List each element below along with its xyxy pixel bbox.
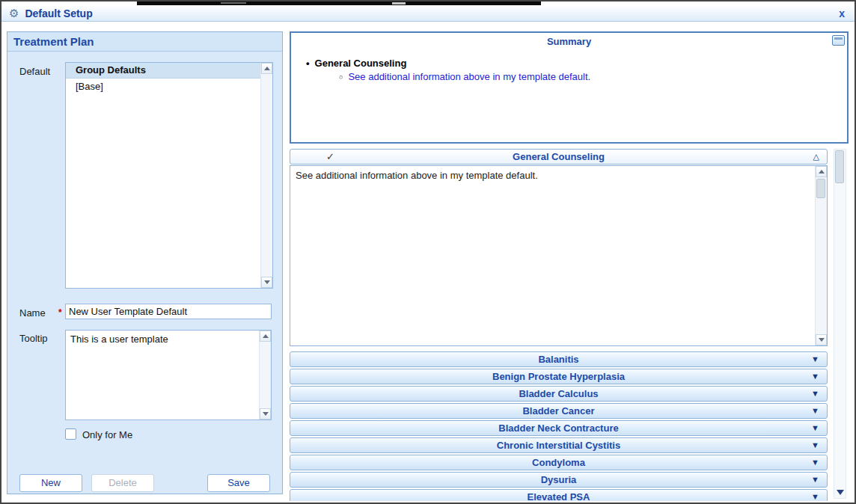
summary-title: Summary: [291, 36, 847, 47]
section-title: Condyloma: [290, 457, 827, 468]
scroll-up-button[interactable]: [816, 166, 827, 177]
section-bar-condyloma[interactable]: Condyloma ▼: [290, 455, 828, 470]
tooltip-scrollbar[interactable]: [259, 331, 271, 420]
scrollbar-thumb[interactable]: [835, 150, 844, 183]
section-title: General Counseling: [290, 151, 827, 162]
background-text-fragment: [392, 2, 406, 4]
arrow-down-icon: [819, 338, 825, 342]
tooltip-text[interactable]: This is a user template: [66, 331, 259, 348]
section-title: Balanitis: [290, 354, 827, 365]
chevron-down-icon[interactable]: ▼: [811, 475, 819, 484]
group-defaults-listbox[interactable]: Group Defaults [Base]: [65, 62, 273, 289]
title-bar: ⚙ Default Setup x: [1, 5, 855, 22]
background-text-fragment: [221, 2, 246, 4]
section-title: Bladder Calculus: [290, 388, 827, 399]
scroll-down-button[interactable]: [261, 277, 272, 288]
only-for-me-label[interactable]: Only for Me: [82, 429, 132, 440]
chevron-down-icon[interactable]: ▼: [811, 354, 819, 363]
bullet-icon: •: [306, 58, 310, 69]
defaults-detail-region: Summary • General Counseling ○ See addit…: [290, 31, 852, 501]
scroll-up-button[interactable]: [260, 331, 271, 342]
section-bar-benign-prostate-hyperplasia[interactable]: Benign Prostate Hyperplasia ▼: [290, 369, 828, 384]
gear-icon: ⚙: [9, 7, 19, 19]
section-title: Elevated PSA: [290, 491, 827, 501]
chevron-down-icon[interactable]: ▼: [811, 406, 819, 415]
arrow-down-icon: [263, 412, 269, 416]
default-label: Default: [19, 66, 50, 77]
section-bar-bladder-neck-contracture[interactable]: Bladder Neck Contracture ▼: [290, 420, 828, 436]
default-setup-dialog: ⚙ Default Setup x Treatment Plan Default…: [0, 0, 856, 504]
arrow-up-icon: [264, 67, 270, 70]
summary-item-link[interactable]: See additional information above in my t…: [348, 71, 590, 82]
section-title: Bladder Neck Contracture: [290, 422, 827, 434]
section-title: Chronic Interstitial Cystitis: [290, 440, 827, 451]
chevron-down-icon[interactable]: ▼: [811, 492, 819, 501]
summary-item: • General Counseling: [306, 58, 406, 69]
only-for-me-checkbox[interactable]: [65, 428, 76, 440]
summary-subitem: ○ See additional information above in my…: [339, 71, 590, 82]
section-bar-elevated-psa[interactable]: Elevated PSA ▼: [290, 489, 828, 501]
textarea-scrollbar[interactable]: [815, 166, 827, 345]
new-button[interactable]: New: [19, 474, 82, 492]
listbox-scrollbar[interactable]: [260, 63, 272, 288]
summary-panel: Summary • General Counseling ○ See addit…: [290, 31, 849, 144]
arrow-down-icon: [264, 280, 270, 284]
chevron-down-icon[interactable]: ▼: [811, 372, 819, 381]
chevron-up-icon[interactable]: △: [813, 152, 819, 162]
circle-bullet-icon: ○: [339, 73, 343, 81]
chevron-down-icon[interactable]: ▼: [811, 423, 819, 432]
close-button[interactable]: x: [839, 7, 845, 19]
arrow-up-icon: [819, 170, 825, 173]
scroll-up-button[interactable]: [261, 63, 272, 74]
chevron-down-icon[interactable]: ▼: [811, 389, 819, 398]
sections-scrollbar[interactable]: [834, 149, 846, 499]
chevron-down-icon[interactable]: ▼: [811, 458, 819, 467]
delete-button[interactable]: Delete: [91, 474, 154, 492]
listbox-header[interactable]: Group Defaults: [66, 63, 260, 79]
arrow-up-icon: [263, 334, 269, 338]
section-title: Benign Prostate Hyperplasia: [290, 371, 827, 382]
treatment-plan-panel: Treatment Plan Default Group Defaults [B…: [7, 31, 283, 494]
name-label: Name: [19, 307, 46, 319]
section-bar-general-counseling[interactable]: ✓ General Counseling △: [290, 149, 828, 165]
scroll-down-button[interactable]: [834, 486, 846, 498]
required-asterisk: *: [58, 307, 62, 318]
list-item-base[interactable]: [Base]: [66, 81, 260, 92]
scrollbar-thumb[interactable]: [816, 179, 825, 198]
window-title: Default Setup: [25, 7, 92, 19]
tooltip-label: Tooltip: [19, 333, 48, 344]
arrow-down-icon: [837, 490, 844, 495]
section-bar-bladder-calculus[interactable]: Bladder Calculus ▼: [290, 386, 828, 402]
scroll-down-button[interactable]: [260, 408, 271, 420]
name-input[interactable]: [65, 304, 272, 319]
section-title: Dysuria: [290, 474, 827, 485]
summary-item-heading: General Counseling: [315, 58, 407, 69]
scroll-down-button[interactable]: [816, 334, 827, 345]
save-button[interactable]: Save: [207, 474, 270, 492]
tooltip-textarea[interactable]: This is a user template: [65, 330, 272, 420]
general-counseling-textarea[interactable]: See additional information above in my t…: [290, 165, 828, 346]
section-title: Bladder Cancer: [290, 405, 827, 417]
section-bar-bladder-cancer[interactable]: Bladder Cancer ▼: [290, 403, 828, 419]
chevron-down-icon[interactable]: ▼: [811, 440, 819, 449]
section-bar-balanitis[interactable]: Balanitis ▼: [290, 351, 828, 367]
panel-title: Treatment Plan: [7, 32, 282, 52]
section-bar-chronic-interstitial-cystitis[interactable]: Chronic Interstitial Cystitis ▼: [290, 437, 828, 453]
section-bar-dysuria[interactable]: Dysuria ▼: [290, 472, 828, 488]
popout-icon[interactable]: [832, 35, 845, 46]
general-counseling-text[interactable]: See additional information above in my t…: [290, 166, 815, 185]
